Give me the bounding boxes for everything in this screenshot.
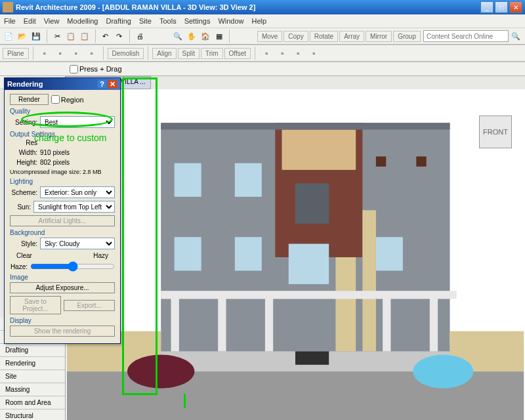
svg-rect-8 [295, 183, 329, 223]
svg-rect-12 [235, 237, 262, 270]
svg-rect-10 [416, 156, 426, 166]
close-button[interactable]: ✕ [509, 1, 522, 13]
menu-site[interactable]: Site [139, 17, 152, 25]
svg-rect-11 [175, 237, 201, 270]
3d-canvas[interactable]: FRONT [66, 89, 525, 420]
maximize-button[interactable]: □ [495, 1, 508, 13]
background-group: Background [10, 229, 115, 236]
tool-icon[interactable]: ▫ [37, 46, 52, 60]
tool-icon[interactable]: ▫ [291, 46, 305, 60]
menu-tools[interactable]: Tools [159, 17, 177, 25]
align-tool[interactable]: Align [152, 48, 176, 59]
copy-icon[interactable]: 📋 [65, 29, 77, 43]
pan-icon[interactable]: ✋ [185, 29, 198, 43]
redo-icon[interactable]: ↷ [113, 29, 125, 43]
adjust-exposure-button[interactable]: Adjust Exposure... [10, 282, 115, 293]
tool-icon[interactable]: ▫ [275, 46, 289, 60]
toolbar-standard: 📄 📂 💾 ✂ 📋 📋 ↶ ↷ 🖨 🔍 ✋ 🏠 ▦ Move Copy Rota… [0, 28, 525, 45]
sidebar-drafting[interactable]: Drafting [0, 344, 65, 357]
app-icon [3, 2, 13, 12]
search-input[interactable] [423, 30, 509, 42]
move-tool[interactable]: Move [257, 31, 282, 42]
res-label: Res [10, 139, 37, 146]
search-go-icon[interactable]: 🔍 [510, 29, 522, 43]
paste-icon[interactable]: 📋 [79, 29, 91, 43]
view-cube[interactable]: FRONT [479, 116, 512, 148]
quality-select[interactable]: Best [40, 116, 115, 128]
render-button[interactable]: Render [10, 94, 49, 105]
dialog-close-icon[interactable]: ✕ [108, 80, 117, 89]
quality-group: Quality [10, 108, 115, 115]
mirror-tool[interactable]: Mirror [366, 31, 392, 42]
toolbar-edit: Plane ▫ ▫ ▫ ▫ Demolish Align Split Trim … [0, 45, 525, 62]
sidebar-room-area[interactable]: Room and Area [0, 396, 65, 410]
demolish-tool[interactable]: Demolish [108, 48, 144, 59]
sidebar-site[interactable]: Site [0, 370, 65, 383]
help-icon[interactable]: ? [98, 80, 106, 88]
svg-rect-4 [282, 129, 356, 169]
cut-icon[interactable]: ✂ [51, 29, 64, 43]
scheme-label: Scheme: [10, 189, 37, 196]
clear-label: Clear [16, 252, 32, 259]
menu-file[interactable]: File [4, 17, 16, 25]
array-tool[interactable]: Array [339, 31, 364, 42]
minimize-button[interactable]: _ [480, 1, 494, 13]
region-checkbox[interactable]: Region [51, 95, 84, 104]
sidebar-structural[interactable]: Structural [0, 410, 65, 420]
tool-icon[interactable]: ▫ [259, 46, 274, 60]
sidebar-massing[interactable]: Massing [0, 383, 65, 396]
press-drag-checkbox[interactable]: Press + Drag [70, 65, 122, 74]
save-project-button[interactable]: Save to Project... [10, 296, 61, 314]
show-rendering-button[interactable]: Show the rendering [10, 326, 115, 337]
sidebar-rendering[interactable]: Rendering [0, 357, 65, 370]
svg-rect-18 [218, 297, 226, 351]
menu-modelling[interactable]: Modelling [67, 17, 98, 25]
3d-icon[interactable]: 🏠 [199, 29, 211, 43]
tool-icon[interactable]: ▫ [53, 46, 68, 60]
trim-tool[interactable]: Trim [201, 48, 223, 59]
rotate-tool[interactable]: Rotate [310, 31, 338, 42]
menu-edit[interactable]: Edit [24, 17, 36, 25]
svg-rect-13 [289, 244, 329, 284]
svg-rect-15 [335, 257, 356, 351]
svg-rect-20 [383, 297, 390, 351]
view-icon[interactable]: ▦ [213, 29, 225, 43]
new-icon[interactable]: 📄 [3, 29, 15, 43]
svg-rect-16 [362, 210, 375, 351]
height-value: 802 pixels [40, 159, 70, 166]
menubar: File Edit View Modelling Drafting Site T… [0, 14, 525, 28]
hazy-label: Hazy [93, 252, 108, 259]
menu-help[interactable]: Help [252, 17, 267, 25]
style-select[interactable]: Sky: Cloudy [40, 238, 115, 249]
height-label: Height: [10, 159, 37, 166]
artificial-lights-button[interactable]: Artificial Lights... [10, 215, 115, 226]
svg-point-25 [127, 354, 194, 388]
menu-view[interactable]: View [44, 17, 60, 25]
tool-icon[interactable]: ▫ [69, 46, 83, 60]
sun-select[interactable]: Sunlight from Top Left [33, 201, 115, 213]
annotation-text: change to custom [34, 133, 107, 143]
undo-icon[interactable]: ↶ [100, 29, 112, 43]
width-value: 910 pixels [40, 149, 70, 156]
scheme-select[interactable]: Exterior: Sun only [40, 186, 115, 198]
group-tool[interactable]: Group [393, 31, 421, 42]
menu-settings[interactable]: Settings [184, 17, 211, 25]
tool-icon[interactable]: ▫ [306, 46, 321, 60]
haze-label: Haze: [10, 263, 28, 270]
print-icon[interactable]: 🖨 [134, 29, 146, 43]
menu-window[interactable]: Window [218, 17, 243, 25]
export-button[interactable]: Export... [64, 300, 115, 311]
menu-drafting[interactable]: Drafting [106, 17, 131, 25]
tool-icon[interactable]: ▫ [85, 46, 99, 60]
offset-tool[interactable]: Offset [224, 48, 251, 59]
open-icon[interactable]: 📂 [16, 29, 29, 43]
svg-rect-14 [376, 237, 403, 270]
copy-tool[interactable]: Copy [284, 31, 308, 42]
split-tool[interactable]: Split [178, 48, 200, 59]
haze-slider[interactable] [30, 262, 115, 271]
plane-tool[interactable]: Plane [3, 48, 29, 59]
style-label: Style: [10, 240, 37, 247]
zoom-icon[interactable]: 🔍 [171, 29, 184, 43]
save-icon[interactable]: 💾 [30, 29, 43, 43]
window-titlebar: Revit Architecture 2009 - [ABDUL RAMAN V… [0, 0, 525, 14]
